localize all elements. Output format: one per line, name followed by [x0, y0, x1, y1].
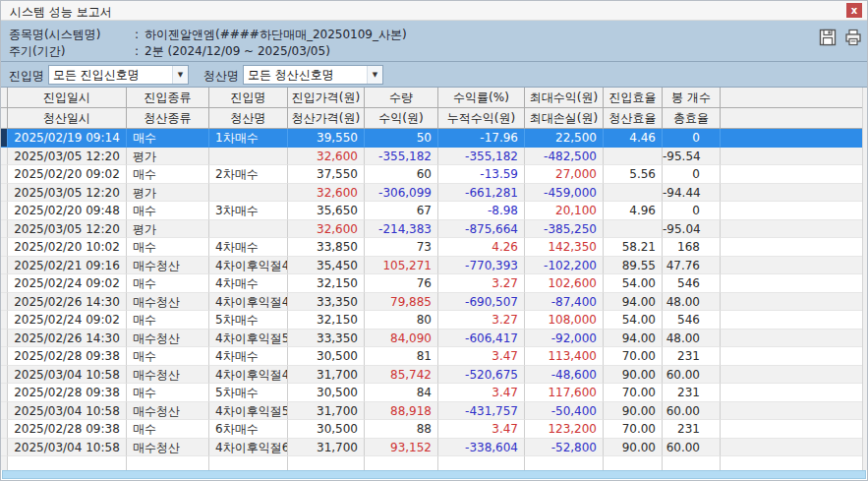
title-bar: 시스템 성능 보고서 x	[1, 1, 867, 21]
exit-filter-label: 청산명	[203, 68, 239, 85]
column-header[interactable]: 수익률(%)	[438, 88, 525, 108]
exit-filter-dropdown[interactable]: 모든 청산신호명 ▼	[243, 65, 383, 85]
column-header[interactable]: 총효율	[663, 108, 721, 129]
row-filler	[721, 129, 867, 148]
column-header[interactable]: 봉 개수	[663, 88, 721, 108]
table-row[interactable]: 2025/03/05 12:20평가32,600-306,099-661,281…	[1, 184, 867, 203]
table-cell: 3.27	[438, 311, 525, 330]
row-indicator	[1, 148, 8, 166]
table-cell: 60.00	[663, 402, 721, 421]
column-header[interactable]: 청산가격(원)	[288, 108, 365, 129]
table-cell: 2025/02/28 09:38	[8, 347, 127, 366]
table-cell: 매수	[127, 311, 209, 330]
column-header[interactable]: 최대수익(원)	[525, 88, 604, 108]
table-cell: 4.26	[438, 238, 525, 257]
row-indicator	[1, 420, 8, 439]
table-row[interactable]: 2025/02/26 14:30매수청산4차이후익절533,35084,090-…	[1, 330, 867, 348]
save-icon[interactable]	[818, 28, 838, 47]
separator: :	[135, 44, 145, 58]
table-cell: 매수청산	[127, 257, 209, 275]
table-row[interactable]: 2025/02/28 09:38매수6차매수30,500883.47123,20…	[1, 420, 867, 439]
table-row[interactable]: 2025/02/20 09:48매수3차매수35,65067-8.9820,10…	[1, 202, 867, 220]
chevron-down-icon[interactable]: ▼	[172, 66, 188, 84]
table-cell: 70.00	[604, 384, 663, 402]
table-row[interactable]: 2025/02/28 09:38매수4차매수30,500813.47113,40…	[1, 347, 867, 366]
table-row[interactable]: 2025/03/04 10:58매수청산4차이후익절431,70085,742-…	[1, 366, 867, 385]
table-row[interactable]: 2025/02/28 09:38매수5차매수30,500843.47117,60…	[1, 384, 867, 402]
table-row[interactable]: 2025/03/04 10:58매수청산4차이후익절531,70088,918-…	[1, 402, 867, 421]
column-header[interactable]: 청산종류	[127, 108, 209, 129]
table-cell	[604, 148, 663, 166]
table-cell: 60.00	[663, 366, 721, 385]
table-cell: 매수	[127, 238, 209, 257]
column-header[interactable]: 진입가격(원)	[288, 88, 365, 108]
row-filler	[721, 238, 867, 257]
table-cell: 4차매수	[209, 238, 288, 257]
row-filler	[721, 420, 867, 439]
table-cell: -355,182	[438, 148, 525, 166]
table-cell: 22,500	[525, 129, 604, 148]
table-cell: 3차매수	[209, 202, 288, 220]
table-row[interactable]: 2025/03/05 12:20평가32,600-355,182-355,182…	[1, 148, 867, 166]
table-cell: 60	[365, 165, 438, 184]
table-row[interactable]: 2025/03/05 12:20평가32,600-214,383-875,664…	[1, 220, 867, 239]
header-row: 청산일시청산종류청산명청산가격(원)수익(원)누적수익(원)최대손실(원)청산효…	[1, 108, 867, 129]
empty-cell	[663, 456, 721, 470]
table-cell: 4차이후익절4	[209, 366, 288, 385]
close-button[interactable]: x	[846, 3, 862, 18]
table-row[interactable]: 2025/02/21 09:16매수청산4차이후익절435,450105,271…	[1, 257, 867, 275]
row-indicator	[1, 184, 8, 203]
column-header[interactable]: 최대손실(원)	[525, 108, 604, 129]
table-cell: 32,150	[288, 311, 365, 330]
table-row[interactable]: 2025/03/04 10:58매수청산4차이후익절631,70093,152-…	[1, 439, 867, 457]
table-cell: 39,550	[288, 129, 365, 148]
info-panel: 종목명(시스템명):하이젠알앤엠(####하단매매_20250109_사본) 주…	[1, 21, 867, 62]
row-filler	[721, 293, 867, 312]
horizontal-scrollbar[interactable]	[2, 470, 866, 479]
table-row[interactable]: 2025/02/20 10:02매수4차매수33,850734.26142,35…	[1, 238, 867, 257]
table-cell: 33,350	[288, 330, 365, 348]
column-header[interactable]: 청산일시	[8, 108, 127, 129]
table-cell: 4차매수	[209, 274, 288, 293]
table-cell: -338,604	[438, 439, 525, 457]
column-header[interactable]: 수익(원)	[365, 108, 438, 129]
table-cell: 546	[663, 311, 721, 330]
table-cell: 1차매수	[209, 129, 288, 148]
print-icon[interactable]	[843, 28, 863, 47]
table-cell: -13.59	[438, 165, 525, 184]
chevron-down-icon[interactable]: ▼	[367, 66, 382, 84]
table-cell: -306,099	[365, 184, 438, 203]
table-cell: 2025/02/20 09:02	[8, 165, 127, 184]
column-header[interactable]: 누적수익(원)	[438, 108, 525, 129]
table-cell: 546	[663, 274, 721, 293]
row-filler	[721, 456, 867, 470]
column-header[interactable]: 수량	[365, 88, 438, 108]
column-header[interactable]: 진입명	[209, 88, 288, 108]
table-cell: 79,885	[365, 293, 438, 312]
table-cell: 108,000	[525, 311, 604, 330]
table-cell: 4차매수	[209, 347, 288, 366]
table-row[interactable]: 2025/02/24 09:02매수5차매수32,150803.27108,00…	[1, 311, 867, 330]
table-row[interactable]: 2025/02/20 09:02매수2차매수37,55060-13.5927,0…	[1, 165, 867, 184]
row-filler	[721, 439, 867, 457]
table-row[interactable]: 2025/02/19 09:14매수1차매수39,55050-17.9622,5…	[1, 129, 867, 148]
separator: :	[135, 28, 145, 41]
table-cell: 2025/02/21 09:16	[8, 257, 127, 275]
vertical-scrollbar[interactable]	[862, 88, 867, 470]
column-header[interactable]: 진입효율	[604, 88, 663, 108]
column-header[interactable]: 진입종류	[127, 88, 209, 108]
table-body: 2025/02/19 09:14매수1차매수39,55050-17.9622,5…	[1, 129, 867, 456]
table-row[interactable]: 2025/02/26 14:30매수청산4차이후익절433,35079,885-…	[1, 293, 867, 312]
row-filler	[721, 184, 867, 203]
column-header[interactable]: 진입일시	[8, 88, 127, 108]
entry-filter-dropdown[interactable]: 모든 진입신호명 ▼	[48, 65, 189, 85]
table-row[interactable]: 2025/02/24 09:02매수4차매수32,150763.27102,60…	[1, 274, 867, 293]
entry-filter-label: 진입명	[9, 68, 44, 85]
table-cell: -94.44	[663, 184, 721, 203]
column-header[interactable]: 청산명	[209, 108, 288, 129]
table-cell: 90.00	[604, 439, 663, 457]
table-cell: 35,450	[288, 257, 365, 275]
column-header[interactable]: 청산효율	[604, 108, 663, 129]
table-cell	[604, 184, 663, 203]
table-cell: 30,500	[288, 420, 365, 439]
